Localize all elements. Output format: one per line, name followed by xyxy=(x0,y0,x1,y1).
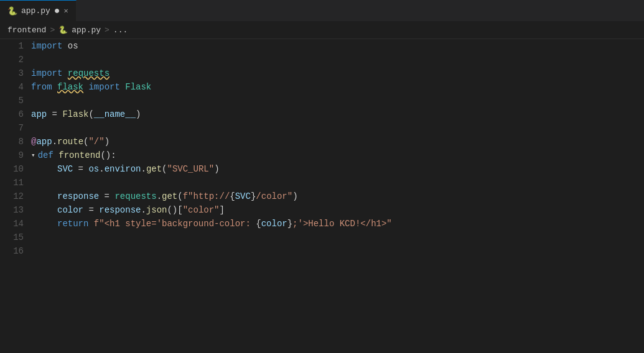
line-number-13: 13 xyxy=(0,203,24,217)
token: ( xyxy=(83,135,88,149)
code-line: from flask import Flask xyxy=(31,80,644,94)
tab-filename: app.py xyxy=(21,6,50,16)
token: ( xyxy=(162,162,167,176)
line-number-5: 5 xyxy=(0,94,24,108)
token: SVC xyxy=(57,162,73,176)
token: = xyxy=(83,203,99,217)
token: ) xyxy=(136,108,141,121)
token: return xyxy=(57,217,88,231)
token: . xyxy=(99,162,104,176)
code-line xyxy=(31,244,644,258)
tab-close-button[interactable]: ✕ xyxy=(63,6,68,16)
line-number-11: 11 xyxy=(0,176,24,190)
token: route xyxy=(57,135,83,149)
token: f"http:// xyxy=(183,190,230,203)
token: @ xyxy=(31,135,36,149)
line-number-7: 7 xyxy=(0,121,24,135)
tab-bar: 🐍 app.py ● ✕ xyxy=(0,0,644,22)
token: response xyxy=(57,190,99,203)
token: Flask xyxy=(125,80,151,94)
token: "color" xyxy=(183,203,220,217)
tab-modified-dot: ● xyxy=(54,6,60,16)
code-line xyxy=(31,121,644,135)
token: ( xyxy=(177,190,182,203)
code-editor: 12345678910111213141516 import osimport … xyxy=(0,39,644,353)
line-number-2: 2 xyxy=(0,53,24,66)
token: . xyxy=(157,190,162,203)
token: . xyxy=(141,203,146,217)
breadcrumb-file-icon: 🐍 xyxy=(58,25,68,35)
line-number-8: 8 xyxy=(0,135,24,149)
breadcrumb-sep-1: > xyxy=(50,25,55,35)
token: app xyxy=(31,108,47,121)
python-file-icon: 🐍 xyxy=(7,6,17,16)
token: environ xyxy=(105,162,141,176)
token xyxy=(54,149,58,162)
line-number-15: 15 xyxy=(0,231,24,244)
breadcrumb: frontend > 🐍 app.py > ... xyxy=(0,22,644,39)
token: ) xyxy=(105,135,110,149)
breadcrumb-folder[interactable]: frontend xyxy=(7,25,46,35)
token: os xyxy=(88,162,99,176)
token: response xyxy=(99,203,141,217)
app-py-tab[interactable]: 🐍 app.py ● ✕ xyxy=(0,0,77,21)
line-number-12: 12 xyxy=(0,190,24,203)
token: def xyxy=(38,149,54,162)
token: . xyxy=(141,162,146,176)
token: } xyxy=(287,217,292,231)
token: "SVC_URL" xyxy=(167,162,215,176)
token: get xyxy=(146,162,162,176)
token: /color" xyxy=(256,190,292,203)
line-numbers: 12345678910111213141516 xyxy=(0,39,31,353)
token: import xyxy=(31,66,62,80)
token: = xyxy=(73,162,88,176)
line-number-16: 16 xyxy=(0,244,24,258)
code-line xyxy=(31,176,644,190)
token: SVC xyxy=(235,190,251,203)
breadcrumb-sep-2: > xyxy=(105,25,110,35)
code-line: app = Flask(__name__) xyxy=(31,108,644,121)
code-line: response = requests.get(f"http://{SVC}/c… xyxy=(31,190,644,203)
token: { xyxy=(256,217,261,231)
token: } xyxy=(251,190,256,203)
token: Flask xyxy=(62,108,88,121)
token: frontend xyxy=(58,149,100,162)
token: get xyxy=(162,190,177,203)
token: flask xyxy=(57,80,83,94)
fold-arrow[interactable]: ▾ xyxy=(31,149,35,162)
line-number-6: 6 xyxy=(0,108,24,121)
breadcrumb-extra: ... xyxy=(113,25,128,35)
token: from xyxy=(31,80,52,94)
token: color xyxy=(57,203,83,217)
code-line xyxy=(31,94,644,108)
code-line: import requests xyxy=(31,66,644,80)
line-number-1: 1 xyxy=(0,39,24,53)
code-line: color = response.json()["color"] xyxy=(31,203,644,217)
token: color xyxy=(261,217,287,231)
code-line xyxy=(31,231,644,244)
token: __name__ xyxy=(94,108,136,121)
line-number-9: 9 xyxy=(0,149,24,162)
token: import xyxy=(88,80,119,94)
token: = xyxy=(47,108,62,121)
token: ;'>Hello KCD!</h1>" xyxy=(292,217,392,231)
token xyxy=(62,66,67,80)
token: ) xyxy=(292,190,297,203)
token xyxy=(52,80,57,94)
token: ()[ xyxy=(167,203,182,217)
breadcrumb-file[interactable]: app.py xyxy=(72,25,101,35)
code-line: return f"<h1 style='background-color: {c… xyxy=(31,217,644,231)
token: json xyxy=(146,203,167,217)
token: ] xyxy=(220,203,225,217)
token: (): xyxy=(100,149,116,162)
token: ) xyxy=(214,162,219,176)
token: f"<h1 style='background-color: xyxy=(94,217,256,231)
code-line: @app.route("/") xyxy=(31,135,644,149)
token: os xyxy=(62,39,78,53)
token xyxy=(83,80,88,94)
line-number-10: 10 xyxy=(0,162,24,176)
code-line xyxy=(31,53,644,66)
token: requests xyxy=(114,190,156,203)
line-number-4: 4 xyxy=(0,80,24,94)
code-content[interactable]: import osimport requestsfrom flask impor… xyxy=(31,39,644,353)
